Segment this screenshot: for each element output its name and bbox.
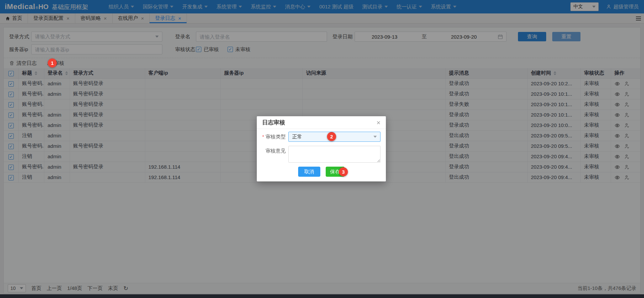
required-asterisk: * — [262, 132, 266, 142]
audit-opinion-textarea[interactable] — [288, 146, 380, 163]
audit-type-value: 正常 — [292, 134, 302, 140]
tour-step-badge-3: 3 — [339, 167, 348, 176]
modal-title: 日志审核 — [262, 119, 285, 126]
modal-footer: 取消 保存 — [257, 163, 386, 181]
tour-step-badge-2: 2 — [327, 132, 336, 141]
cancel-button[interactable]: 取消 — [298, 167, 320, 177]
chevron-down-icon — [373, 136, 377, 138]
close-icon[interactable]: × — [376, 119, 380, 126]
log-audit-modal: 日志审核 × * 审核类型 正常 审核意见 取消 保存 — [257, 116, 386, 181]
tour-step-badge-1: 1 — [48, 58, 57, 68]
audit-opinion-label: 审核意见 — [266, 146, 286, 156]
modal-header: 日志审核 × — [257, 116, 386, 129]
modal-body: * 审核类型 正常 审核意见 — [257, 129, 386, 163]
audit-type-row: * 审核类型 正常 — [262, 132, 380, 142]
audit-type-label: 审核类型 — [266, 132, 286, 142]
audit-opinion-row: 审核意见 — [262, 146, 380, 163]
